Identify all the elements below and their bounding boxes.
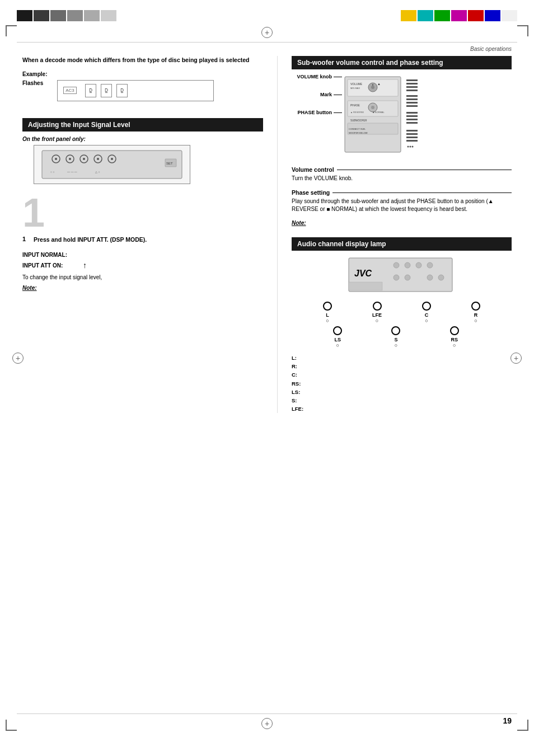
ph-desc: Play sound through the sub-woofer and ad…: [292, 198, 512, 213]
svg-text:○ ○: ○ ○: [50, 170, 54, 173]
flashes-box: AC3 D̲ D̲ D̲: [57, 80, 214, 101]
left-target: [12, 353, 24, 364]
svg-rect-39: [406, 98, 418, 100]
disc-icon-3: D̲: [116, 84, 128, 97]
vc-header: Volume control: [292, 166, 512, 173]
disc-icon-1: D̲: [85, 84, 96, 97]
channel-RS-circle: [450, 326, 459, 335]
channel-bottom-row: LS○ S○ RS○: [292, 326, 512, 348]
volume-knob-pointer: VOLUME knob: [292, 74, 342, 79]
svg-text:SUBWOOFER: SUBWOOFER: [350, 119, 367, 122]
channel-LFE-label: LFE○: [372, 312, 382, 323]
channel-S-label: S○: [394, 337, 397, 348]
subwoofer-section-header: Sub-woofer volume control and phase sett…: [292, 56, 512, 69]
svg-text:▲: ▲: [377, 82, 381, 86]
adjusting-section-header: Adjusting the Input Signal Level: [22, 118, 263, 132]
pointer-line-2: [334, 95, 342, 95]
ph-header: Phase setting: [292, 189, 512, 196]
color-bar-right: [401, 10, 517, 21]
svg-text:VOLUME: VOLUME: [350, 82, 363, 86]
example-label: Example:: [22, 71, 263, 77]
big-step-number: 1: [22, 192, 263, 233]
svg-rect-45: [406, 122, 418, 124]
input-normal-row: INPUT NORMAL:: [22, 252, 263, 258]
channel-C-label: C○: [425, 312, 429, 323]
svg-rect-42: [406, 112, 418, 114]
two-column-layout: When a decode mode which differs from th…: [22, 56, 512, 413]
channel-L-label: L○: [326, 312, 329, 323]
flashes-label: Flashes: [22, 80, 43, 86]
input-labels: INPUT NORMAL: INPUT ATT ON: ↑: [22, 252, 263, 270]
ph-line: [332, 192, 512, 193]
step-instruction: 1 Press and hold INPUT ATT. (DSP MODE).: [22, 236, 263, 244]
pointer-line-1: [334, 77, 342, 77]
corner-mark-br: [517, 720, 528, 731]
svg-text:■ NORMAL: ■ NORMAL: [373, 111, 385, 114]
channel-info: L: R: C: RS: LS: S: LFE:: [292, 354, 512, 413]
svg-point-21: [371, 86, 374, 89]
channel-top-row: L○ LFE○ C○ R○: [292, 302, 512, 323]
svg-point-62: [438, 275, 444, 280]
svg-rect-46: [406, 130, 418, 132]
right-note-label: Note:: [292, 220, 512, 226]
input-normal-label: INPUT NORMAL:: [22, 252, 78, 258]
svg-rect-38: [406, 95, 418, 97]
channel-L-circle: [323, 302, 332, 311]
main-content: When a decode mode which differs from th…: [22, 56, 512, 722]
svg-text:PHASE: PHASE: [350, 104, 360, 107]
channel-RS: RS○: [450, 326, 459, 348]
svg-rect-63: [349, 282, 382, 290]
right-target: [510, 353, 522, 364]
flashes-area: Flashes AC3 D̲ D̲ D̲: [22, 80, 263, 110]
channel-desc-S: S:: [292, 396, 512, 405]
svg-point-8: [97, 158, 99, 160]
channel-desc-LS: LS:: [292, 388, 512, 396]
svg-rect-37: [406, 90, 418, 91]
svg-point-50: [407, 146, 409, 148]
channel-S: S○: [391, 326, 400, 348]
phase-pointer: PHASE button: [292, 110, 342, 115]
channel-R-circle: [471, 302, 480, 311]
svg-point-10: [111, 158, 113, 160]
svg-text:SET: SET: [166, 162, 173, 165]
note-label: Note:: [22, 285, 263, 291]
header-rule: [17, 42, 517, 43]
svg-text:MIN          MAX: MIN MAX: [350, 87, 360, 90]
svg-text:JVC: JVC: [354, 269, 372, 278]
volume-control-section: Volume control Turn the VOLUME knob.: [292, 166, 512, 182]
right-column: Sub-woofer volume control and phase sett…: [292, 56, 512, 413]
corner-mark-bl: [6, 720, 17, 731]
pointer-line-3: [334, 112, 342, 113]
volume-knob-label: VOLUME knob: [292, 74, 332, 79]
channel-C: C○: [422, 302, 431, 323]
front-panel-label: On the front panel only:: [22, 136, 263, 142]
channel-RS-label: RS○: [451, 337, 458, 348]
channel-L: L○: [323, 302, 332, 323]
svg-point-2: [55, 158, 57, 160]
svg-point-61: [427, 275, 433, 280]
audio-channel-section: Audio channel display lamp JVC: [292, 237, 512, 413]
corner-mark-tr: [517, 25, 528, 36]
column-divider: [277, 56, 278, 413]
svg-rect-36: [406, 86, 418, 88]
channel-LS-label: LS○: [334, 337, 341, 348]
note-section: Note:: [22, 285, 263, 291]
jvc-device-container: JVC: [292, 255, 512, 297]
change-input-text: To change the input signal level,: [22, 274, 263, 280]
svg-point-58: [427, 262, 433, 268]
channel-C-circle: [422, 302, 431, 311]
intro-text: When a decode mode which differs from th…: [22, 56, 263, 64]
svg-text:— — —: — — —: [67, 170, 77, 173]
vc-title: Volume control: [292, 166, 334, 173]
svg-text:WOOFER BELOW: WOOFER BELOW: [349, 132, 368, 134]
channel-desc-L: L:: [292, 354, 512, 362]
ph-title: Phase setting: [292, 189, 330, 196]
channel-R: R○: [471, 302, 480, 323]
svg-rect-40: [406, 102, 418, 104]
channel-LFE-circle: [373, 302, 382, 311]
svg-text:▲ REVERSE: ▲ REVERSE: [350, 111, 364, 114]
svg-text:△ ○: △ ○: [95, 170, 100, 173]
jvc-device-svg: JVC: [346, 255, 458, 297]
page-header: Basic operations: [470, 46, 512, 52]
mark-label: Mark: [292, 92, 332, 97]
